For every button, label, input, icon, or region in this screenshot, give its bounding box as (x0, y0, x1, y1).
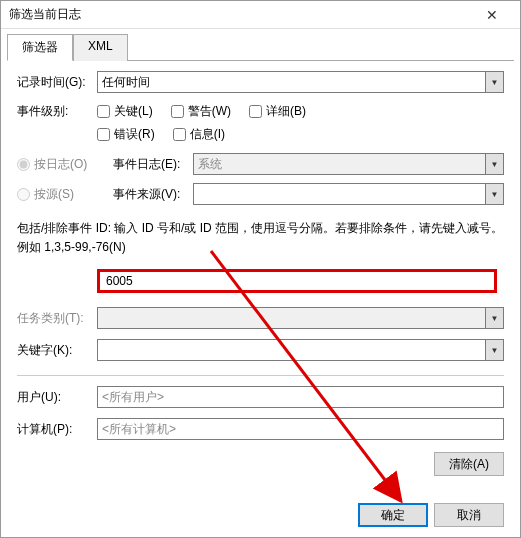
checkbox-verbose[interactable] (249, 105, 262, 118)
computer-input[interactable] (97, 418, 504, 440)
user-input[interactable] (97, 386, 504, 408)
divider (17, 375, 504, 376)
keyword-select[interactable] (97, 339, 486, 361)
check-verbose[interactable]: 详细(B) (249, 103, 306, 120)
computer-label: 计算机(P): (17, 421, 97, 438)
check-warning[interactable]: 警告(W) (171, 103, 231, 120)
tab-filter[interactable]: 筛选器 (7, 34, 73, 61)
close-icon: ✕ (486, 7, 498, 23)
chevron-down-icon[interactable]: ▼ (486, 339, 504, 361)
close-button[interactable]: ✕ (472, 3, 512, 27)
log-time-label: 记录时间(G): (17, 74, 97, 91)
event-source-label: 事件来源(V): (113, 186, 193, 203)
chevron-down-icon[interactable]: ▼ (486, 71, 504, 93)
checkbox-critical[interactable] (97, 105, 110, 118)
check-error[interactable]: 错误(R) (97, 126, 155, 143)
radio-by-log: 按日志(O) (17, 156, 105, 173)
event-level-label: 事件级别: (17, 103, 97, 120)
content-area: 记录时间(G): 任何时间 ▼ 事件级别: 关键(L) 警告(W) 详细(B) … (1, 61, 520, 476)
event-log-select: 系统 (193, 153, 486, 175)
window-title: 筛选当前日志 (9, 6, 81, 23)
footer: 确定 取消 (1, 493, 520, 537)
check-info[interactable]: 信息(I) (173, 126, 225, 143)
keyword-label: 关键字(K): (17, 342, 97, 359)
checkbox-info[interactable] (173, 128, 186, 141)
event-id-input[interactable] (102, 274, 492, 288)
event-source-select[interactable] (193, 183, 486, 205)
chevron-down-icon: ▼ (486, 307, 504, 329)
check-critical[interactable]: 关键(L) (97, 103, 153, 120)
event-log-label: 事件日志(E): (113, 156, 193, 173)
cancel-button[interactable]: 取消 (434, 503, 504, 527)
user-label: 用户(U): (17, 389, 97, 406)
radio-by-log-input (17, 158, 30, 171)
radio-by-source: 按源(S) (17, 186, 105, 203)
chevron-down-icon: ▼ (486, 153, 504, 175)
titlebar: 筛选当前日志 ✕ (1, 1, 520, 29)
log-time-select[interactable]: 任何时间 (97, 71, 486, 93)
task-category-label: 任务类别(T): (17, 310, 97, 327)
tab-xml[interactable]: XML (73, 34, 128, 61)
event-id-input-highlight (97, 269, 497, 293)
help-text: 包括/排除事件 ID: 输入 ID 号和/或 ID 范围，使用逗号分隔。若要排除… (17, 219, 504, 257)
checkbox-warning[interactable] (171, 105, 184, 118)
ok-button[interactable]: 确定 (358, 503, 428, 527)
task-category-select (97, 307, 486, 329)
radio-by-source-input (17, 188, 30, 201)
clear-button[interactable]: 清除(A) (434, 452, 504, 476)
chevron-down-icon[interactable]: ▼ (486, 183, 504, 205)
checkbox-error[interactable] (97, 128, 110, 141)
tab-bar: 筛选器 XML (7, 33, 514, 61)
dialog-window: 筛选当前日志 ✕ 筛选器 XML 记录时间(G): 任何时间 ▼ 事件级别: 关… (0, 0, 521, 538)
